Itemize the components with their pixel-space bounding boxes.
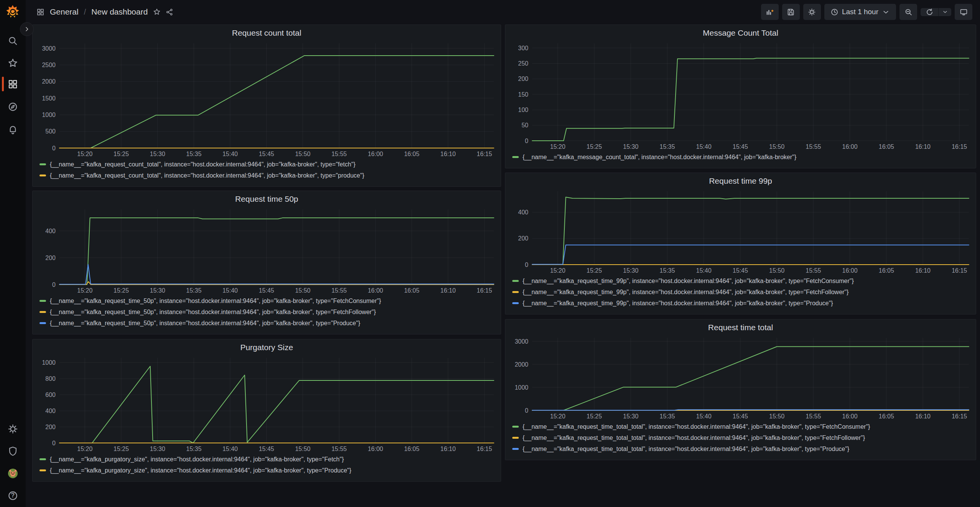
legend-item[interactable]: {__name__="kafka_request_time_99p", inst… <box>512 298 976 309</box>
legend-item[interactable]: {__name__="kafka_request_time_99p", inst… <box>512 286 976 298</box>
legend-item[interactable]: {__name__="kafka_request_count_total", i… <box>39 159 501 170</box>
panel-title[interactable]: Request time 99p <box>505 173 976 188</box>
breadcrumb-page-title[interactable]: New dashboard <box>91 7 148 16</box>
svg-text:15:35: 15:35 <box>659 413 675 420</box>
grafana-logo-icon[interactable] <box>6 5 19 18</box>
time-series-chart[interactable]: 020040015:2015:2515:3015:3515:4015:4515:… <box>505 188 975 275</box>
sidebar-expand-button[interactable] <box>20 22 34 36</box>
zoom-out-time-button[interactable] <box>899 4 917 20</box>
svg-text:15:55: 15:55 <box>331 446 347 452</box>
svg-text:15:50: 15:50 <box>295 446 311 452</box>
sidebar: ? <box>0 0 26 507</box>
svg-text:15:25: 15:25 <box>113 287 129 294</box>
svg-text:0: 0 <box>52 281 56 288</box>
sidebar-item-search[interactable] <box>0 32 26 49</box>
chart-legend: {__name__="kafka_request_count_total", i… <box>39 159 501 181</box>
svg-text:3000: 3000 <box>515 338 528 345</box>
legend-item[interactable]: {__name__="kafka_request_time_total_tota… <box>512 432 976 443</box>
svg-text:15:25: 15:25 <box>113 446 129 452</box>
sidebar-item-profile[interactable] <box>0 465 26 482</box>
legend-item[interactable]: {__name__="kafka_request_time_99p", inst… <box>512 275 976 286</box>
chevron-down-icon <box>942 9 948 15</box>
svg-text:15:40: 15:40 <box>222 151 238 157</box>
time-series-chart[interactable]: 020040015:2015:2515:3015:3515:4015:4515:… <box>33 206 500 295</box>
svg-text:16:05: 16:05 <box>404 446 419 452</box>
legend-series-label: {__name__="kafka_request_time_50p", inst… <box>50 320 360 327</box>
dashboards-grid-icon <box>8 79 18 89</box>
panel-title[interactable]: Message Count Total <box>505 25 976 40</box>
chart-legend: {__name__="kafka_request_time_total_tota… <box>512 421 976 454</box>
refresh-button[interactable] <box>921 8 938 16</box>
sidebar-item-explore[interactable] <box>0 98 26 115</box>
sidebar-item-server-admin[interactable] <box>0 443 26 459</box>
legend-series-label: {__name__="kafka_request_count_total", i… <box>50 161 355 168</box>
svg-text:200: 200 <box>45 255 56 261</box>
add-panel-button[interactable] <box>761 4 779 20</box>
legend-series-swatch <box>512 280 519 282</box>
breadcrumb: General / New dashboard <box>36 0 173 24</box>
monitor-icon <box>960 8 968 16</box>
panel-request-count-total: Request count total 05001000150020002500… <box>32 25 501 187</box>
svg-text:16:05: 16:05 <box>879 143 894 150</box>
sidebar-item-alerting[interactable] <box>0 121 26 138</box>
sidebar-item-help[interactable]: ? <box>0 487 26 504</box>
svg-text:15:45: 15:45 <box>733 267 748 274</box>
chart-legend: {__name__="kafka_request_time_50p", inst… <box>39 295 501 329</box>
time-series-chart[interactable]: 0200400600800100015:2015:2515:3015:3515:… <box>33 355 500 454</box>
topbar: General / New dashboard <box>26 0 980 24</box>
sidebar-item-dashboards[interactable] <box>0 76 26 92</box>
share-icon[interactable] <box>166 8 173 16</box>
panel-title[interactable]: Purgatory Size <box>33 339 501 355</box>
zoom-out-icon <box>904 8 913 16</box>
svg-text:1000: 1000 <box>42 359 56 366</box>
svg-text:15:55: 15:55 <box>331 151 347 157</box>
legend-item[interactable]: {__name__="kafka_request_time_50p", inst… <box>39 306 501 318</box>
add-panel-icon <box>766 8 774 16</box>
time-range-picker[interactable]: Last 1 hour <box>824 4 896 20</box>
panel-title[interactable]: Request time total <box>505 319 976 335</box>
gear-icon <box>808 8 816 16</box>
save-dashboard-button[interactable] <box>782 4 800 20</box>
svg-text:16:00: 16:00 <box>368 287 383 294</box>
svg-text:16:15: 16:15 <box>952 143 967 150</box>
sidebar-item-configuration[interactable] <box>0 420 26 437</box>
chart-legend: {__name__="kafka_message_count_total", i… <box>512 151 976 163</box>
favorite-star-icon[interactable] <box>153 8 161 16</box>
dashboard-settings-button[interactable] <box>803 4 821 20</box>
svg-text:16:00: 16:00 <box>842 143 858 150</box>
svg-text:15:40: 15:40 <box>696 413 712 420</box>
svg-text:16:15: 16:15 <box>477 287 492 294</box>
legend-item[interactable]: {__name__="kafka_purgatory_size", instan… <box>39 465 501 476</box>
legend-item[interactable]: {__name__="kafka_request_time_50p", inst… <box>39 295 501 306</box>
refresh-interval-dropdown[interactable] <box>938 8 951 16</box>
legend-item[interactable]: {__name__="kafka_request_time_total_tota… <box>512 421 976 432</box>
legend-item[interactable]: {__name__="kafka_request_time_total_tota… <box>512 443 976 454</box>
dashboard-toolbar: Last 1 hour <box>761 4 972 20</box>
svg-text:15:20: 15:20 <box>77 151 92 157</box>
legend-item[interactable]: {__name__="kafka_purgatory_size", instan… <box>39 454 501 465</box>
legend-item[interactable]: {__name__="kafka_message_count_total", i… <box>512 151 976 163</box>
sidebar-item-starred[interactable] <box>0 54 26 71</box>
svg-text:15:25: 15:25 <box>587 413 602 420</box>
legend-series-swatch <box>39 458 46 460</box>
legend-item[interactable]: {__name__="kafka_request_count_total", i… <box>39 170 501 181</box>
panel-request-time-99p: Request time 99p 020040015:2015:2515:301… <box>505 173 976 314</box>
panel-title[interactable]: Request time 50p <box>33 191 501 206</box>
svg-text:15:35: 15:35 <box>186 446 201 452</box>
time-series-chart[interactable]: 05010015020025030015:2015:2515:3015:3515… <box>505 40 975 151</box>
svg-text:600: 600 <box>45 392 56 398</box>
svg-text:15:30: 15:30 <box>150 446 165 452</box>
panel-title[interactable]: Request count total <box>33 25 501 40</box>
svg-text:15:45: 15:45 <box>733 413 748 420</box>
svg-text:16:10: 16:10 <box>915 143 931 150</box>
svg-text:15:30: 15:30 <box>150 287 165 294</box>
legend-item[interactable]: {__name__="kafka_request_time_50p", inst… <box>39 318 501 329</box>
kiosk-mode-button[interactable] <box>955 4 972 20</box>
svg-text:15:30: 15:30 <box>623 413 638 420</box>
time-series-chart[interactable]: 010002000300015:2015:2515:3015:3515:4015… <box>505 335 975 421</box>
svg-text:15:40: 15:40 <box>222 446 238 452</box>
svg-text:15:45: 15:45 <box>259 446 274 452</box>
time-series-chart[interactable]: 05001000150020002500300015:2015:2515:301… <box>33 40 500 159</box>
panel-request-time-50p: Request time 50p 020040015:2015:2515:301… <box>32 191 501 334</box>
breadcrumb-section[interactable]: General <box>50 7 79 16</box>
